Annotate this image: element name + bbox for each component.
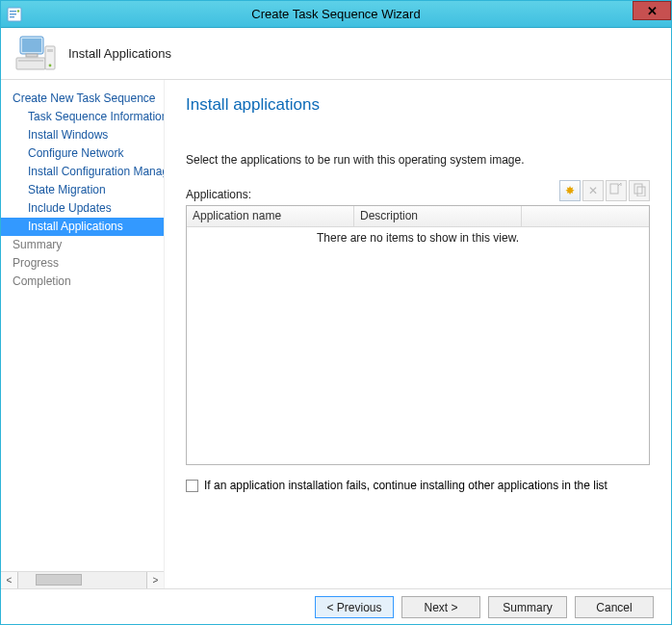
- listview-header: Application name Description: [187, 206, 649, 227]
- applications-label: Applications:: [186, 188, 251, 201]
- nav-task-sequence-info[interactable]: Task Sequence Information: [1, 108, 164, 126]
- wizard-main: Install applications Select the applicat…: [165, 80, 671, 588]
- instruction-text: Select the applications to be run with t…: [186, 153, 650, 167]
- nav-configure-network[interactable]: Configure Network: [1, 144, 164, 163]
- section-title: Install applications: [186, 95, 650, 115]
- svg-rect-2: [10, 13, 16, 14]
- wizard-nav: Create New Task Sequence Task Sequence I…: [1, 90, 164, 571]
- nav-root[interactable]: Create New Task Sequence: [1, 90, 164, 108]
- nav-summary[interactable]: Summary: [1, 236, 164, 254]
- summary-button[interactable]: Summary: [488, 596, 567, 618]
- svg-rect-7: [26, 54, 38, 57]
- nav-progress[interactable]: Progress: [1, 254, 164, 273]
- nav-include-updates[interactable]: Include Updates: [1, 199, 164, 218]
- cancel-button[interactable]: Cancel: [575, 596, 654, 618]
- wizard-header: Install Applications: [1, 28, 671, 80]
- delete-x-icon: ✕: [588, 184, 598, 197]
- scrollbar-right-arrow-icon[interactable]: >: [146, 572, 164, 588]
- scrollbar-track[interactable]: [18, 572, 146, 588]
- continue-on-fail-checkbox[interactable]: [186, 480, 198, 492]
- svg-rect-11: [47, 49, 53, 52]
- svg-rect-1: [10, 11, 16, 12]
- close-icon: ✕: [647, 4, 658, 18]
- nav-state-migration[interactable]: State Migration: [1, 181, 164, 199]
- svg-rect-15: [637, 187, 645, 196]
- close-button[interactable]: ✕: [633, 1, 671, 20]
- col-header-spacer: [522, 206, 649, 226]
- sidebar-hscrollbar[interactable]: < >: [1, 571, 164, 588]
- svg-rect-3: [10, 16, 14, 17]
- previous-button[interactable]: < Previous: [315, 596, 394, 618]
- computer-icon: [14, 35, 57, 73]
- titlebar[interactable]: Create Task Sequence Wizard ✕: [1, 1, 671, 28]
- applications-listview[interactable]: Application name Description There are n…: [186, 205, 650, 465]
- wizard-sidebar: Create New Task Sequence Task Sequence I…: [1, 80, 165, 588]
- nav-install-windows[interactable]: Install Windows: [1, 126, 164, 144]
- toolbar-new-button[interactable]: ✸: [559, 180, 581, 201]
- svg-rect-9: [18, 60, 43, 62]
- app-icon: [7, 7, 22, 22]
- page-title: Install Applications: [68, 46, 171, 61]
- toolbar-cleanup-button[interactable]: [629, 180, 650, 201]
- cleanup-icon: [633, 183, 646, 199]
- continue-on-fail-label: If an application installation fails, co…: [204, 479, 607, 492]
- svg-rect-6: [22, 39, 41, 52]
- svg-rect-14: [634, 184, 642, 194]
- properties-icon: [609, 183, 623, 199]
- starburst-icon: ✸: [565, 184, 575, 197]
- nav-completion[interactable]: Completion: [1, 273, 164, 291]
- window-title: Create Task Sequence Wizard: [1, 7, 671, 21]
- toolbar-delete-button[interactable]: ✕: [582, 180, 604, 201]
- wizard-footer: < Previous Next > Summary Cancel: [1, 588, 671, 625]
- svg-rect-8: [16, 58, 45, 69]
- svg-point-4: [17, 10, 19, 12]
- col-header-description[interactable]: Description: [354, 206, 522, 226]
- next-button[interactable]: Next >: [401, 596, 480, 618]
- nav-install-cm[interactable]: Install Configuration Manager: [1, 163, 164, 181]
- svg-rect-13: [610, 184, 618, 194]
- nav-install-applications[interactable]: Install Applications: [1, 218, 164, 236]
- svg-point-12: [49, 64, 52, 66]
- scrollbar-thumb[interactable]: [36, 574, 82, 586]
- continue-on-fail-row[interactable]: If an application installation fails, co…: [186, 479, 650, 492]
- applications-toolbar: ✸ ✕: [559, 180, 650, 201]
- scrollbar-left-arrow-icon[interactable]: <: [1, 572, 18, 588]
- listview-empty-text: There are no items to show in this view.: [187, 227, 649, 245]
- toolbar-properties-button[interactable]: [606, 180, 627, 201]
- col-header-app-name[interactable]: Application name: [187, 206, 354, 226]
